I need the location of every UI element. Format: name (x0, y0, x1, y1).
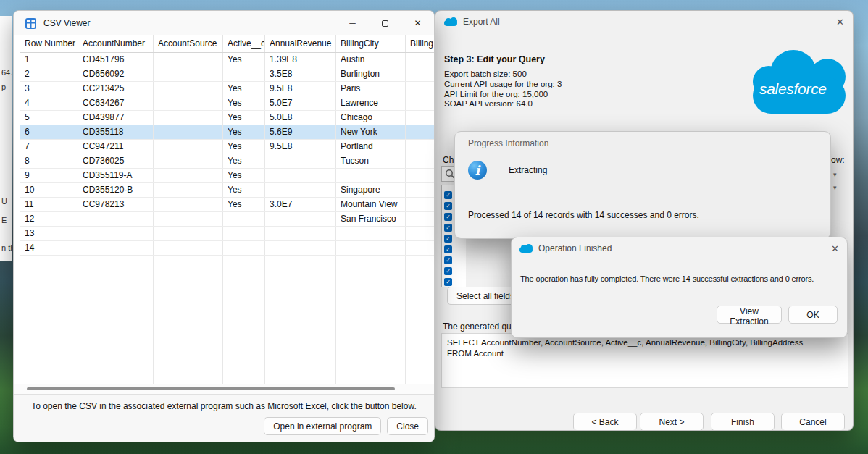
column-header[interactable]: AccountNumber (78, 35, 154, 53)
table-cell[interactable]: Yes (223, 169, 265, 183)
table-row[interactable]: 12San Francisco (20, 212, 435, 227)
table-cell[interactable]: Yes (223, 183, 265, 198)
table-cell[interactable]: CD355118 (78, 125, 154, 140)
close-csv-button[interactable]: Close (387, 417, 428, 435)
finish-button[interactable]: Finish (711, 413, 775, 431)
table-cell[interactable]: Yes (223, 53, 265, 67)
close-icon[interactable]: ✕ (831, 243, 839, 254)
table-cell[interactable]: CC978213 (78, 198, 154, 212)
close-button[interactable]: ✕ (401, 11, 434, 35)
cancel-button[interactable]: Cancel (781, 413, 845, 431)
table-cell[interactable]: 9 (20, 169, 78, 183)
table-cell[interactable]: San Francisco (336, 212, 406, 227)
table-row[interactable]: 6CD355118Yes5.6E9New York (20, 125, 435, 140)
ok-button[interactable]: OK (788, 306, 838, 324)
table-cell[interactable] (154, 198, 223, 212)
table-cell[interactable]: CD736025 (78, 154, 154, 169)
table-cell[interactable]: 12 (20, 212, 78, 227)
table-cell[interactable]: 9.5E8 (265, 140, 336, 154)
table-cell[interactable]: Yes (223, 198, 265, 212)
table-cell[interactable]: CD451796 (78, 53, 154, 67)
table-cell[interactable]: Tucson (336, 154, 406, 169)
table-cell[interactable] (154, 227, 223, 241)
table-row[interactable]: 7CC947211Yes9.5E8Portland (20, 140, 435, 154)
minimize-button[interactable]: ─ (336, 11, 369, 35)
field-list-item[interactable]: ✓ (442, 274, 466, 285)
table-cell[interactable]: CC634267 (78, 96, 154, 111)
table-cell[interactable]: 5.6E9 (265, 125, 336, 140)
query-textarea[interactable]: SELECT AccountNumber, AccountSource, Act… (441, 333, 848, 388)
table-cell[interactable] (406, 67, 435, 82)
column-header[interactable]: Billing (406, 35, 435, 53)
table-cell[interactable] (154, 67, 223, 82)
table-cell[interactable]: Austin (336, 53, 406, 67)
export-all-titlebar[interactable]: Export All ✕ (435, 11, 853, 33)
table-row[interactable]: 2CD6560923.5E8Burlington (20, 67, 435, 82)
table-cell[interactable] (154, 82, 223, 96)
field-list-item[interactable]: ✓ (442, 241, 466, 252)
table-row[interactable]: 11CC978213Yes3.0E7Mountain View (20, 198, 435, 212)
table-cell[interactable] (265, 154, 336, 169)
maximize-button[interactable] (369, 11, 401, 35)
table-cell[interactable]: Chicago (336, 111, 406, 125)
table-cell[interactable]: Yes (223, 140, 265, 154)
chevron-down-icon[interactable]: ▾ (833, 184, 837, 191)
column-header[interactable]: AnnualRevenue (265, 35, 336, 53)
table-cell[interactable]: Burlington (336, 67, 406, 82)
table-cell[interactable] (406, 125, 435, 140)
table-cell[interactable]: Yes (223, 111, 265, 125)
table-cell[interactable] (154, 125, 223, 140)
table-cell[interactable] (336, 241, 406, 256)
table-row[interactable]: 4CC634267Yes5.0E7Lawrence (20, 96, 435, 111)
table-cell[interactable] (406, 111, 435, 125)
table-cell[interactable] (78, 241, 154, 256)
operation-finished-titlebar[interactable]: Operation Finished ✕ (512, 237, 847, 259)
table-cell[interactable] (406, 183, 435, 198)
table-cell[interactable] (265, 227, 336, 241)
table-cell[interactable] (406, 140, 435, 154)
table-cell[interactable]: 5 (20, 111, 78, 125)
table-cell[interactable]: 3.0E7 (265, 198, 336, 212)
table-cell[interactable] (223, 227, 265, 241)
table-row[interactable]: 8CD736025YesTucson (20, 154, 435, 169)
table-cell[interactable]: Lawrence (336, 96, 406, 111)
table-cell[interactable]: 14 (20, 241, 78, 256)
table-row[interactable]: 9CD355119-AYes (20, 169, 435, 183)
table-cell[interactable] (154, 212, 223, 227)
column-header[interactable]: BillingCity (336, 35, 406, 53)
table-cell[interactable] (223, 67, 265, 82)
column-header[interactable]: AccountSource (154, 35, 223, 53)
table-cell[interactable] (336, 227, 406, 241)
table-cell[interactable]: 13 (20, 227, 78, 241)
table-cell[interactable]: 9.5E8 (265, 82, 336, 96)
table-cell[interactable]: CD656092 (78, 67, 154, 82)
back-button[interactable]: < Back (573, 413, 637, 431)
table-cell[interactable]: CC947211 (78, 140, 154, 154)
field-list-item[interactable]: ✓ (442, 252, 466, 263)
table-row[interactable]: 14 (20, 241, 435, 256)
table-cell[interactable]: CC213425 (78, 82, 154, 96)
view-extraction-button[interactable]: View Extraction (717, 306, 782, 324)
table-row[interactable]: 3CC213425Yes9.5E8Paris (20, 82, 435, 96)
table-cell[interactable] (154, 111, 223, 125)
table-cell[interactable]: 1.39E8 (265, 53, 336, 67)
table-cell[interactable] (406, 53, 435, 67)
table-cell[interactable]: 6 (20, 125, 78, 140)
table-row[interactable]: 13 (20, 227, 435, 241)
table-cell[interactable] (78, 227, 154, 241)
table-cell[interactable]: 4 (20, 96, 78, 111)
table-row[interactable]: 5CD439877Yes5.0E8Chicago (20, 111, 435, 125)
table-cell[interactable]: Mountain View (336, 198, 406, 212)
field-list-item[interactable]: ✓ (442, 263, 466, 274)
table-cell[interactable] (223, 241, 265, 256)
table-cell[interactable] (406, 96, 435, 111)
table-cell[interactable] (406, 154, 435, 169)
table-cell[interactable]: Yes (223, 82, 265, 96)
table-cell[interactable]: Portland (336, 140, 406, 154)
table-cell[interactable]: Yes (223, 96, 265, 111)
table-cell[interactable]: 10 (20, 183, 78, 198)
table-cell[interactable] (154, 183, 223, 198)
table-cell[interactable] (406, 227, 435, 241)
table-cell[interactable]: 5.0E8 (265, 111, 336, 125)
table-cell[interactable] (265, 169, 336, 183)
